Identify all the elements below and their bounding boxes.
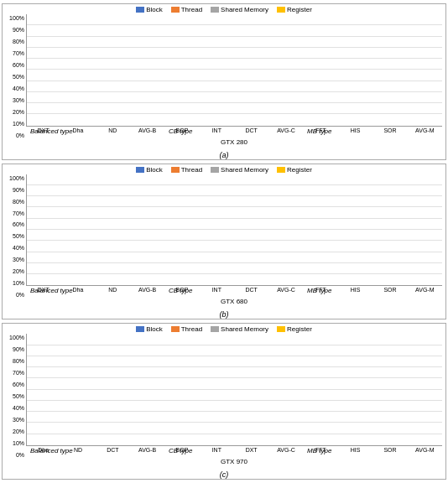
- y-axis-label: 60%: [13, 382, 24, 387]
- gpu-label-cell: GTX 970: [164, 458, 303, 470]
- y-axis-label: 10%: [13, 121, 24, 127]
- gpu-label-row: GTX 280: [26, 138, 442, 150]
- x-section-labels: DXTDhaNDAVG-B: [26, 286, 164, 298]
- x-label: Dha: [60, 286, 95, 298]
- grid-line: [27, 434, 442, 434]
- y-axis-label: 20%: [13, 428, 24, 434]
- legend-item: Register: [277, 6, 312, 13]
- legend-label: Register: [287, 325, 312, 333]
- legend-item: Register: [277, 166, 312, 174]
- legend-color-swatch: [171, 7, 180, 13]
- chart-section-c: BlockThreadShared MemoryRegister100%90%8…: [2, 323, 446, 480]
- x-labels: DhaNDDCTAVG-BBOPINTDXTAVG-CFFTHISSORAVG-…: [26, 446, 442, 458]
- y-axis-label: 20%: [13, 268, 24, 274]
- chart-area: 100%90%80%70%60%50%40%30%20%10%0%Balance…: [6, 174, 442, 310]
- grid-line: [27, 377, 442, 378]
- grid-line: [27, 113, 442, 114]
- gpu-label-row: GTX 680: [26, 298, 442, 309]
- legend-color-swatch: [277, 326, 285, 332]
- x-section-labels: FFTHISSORAVG-M: [304, 127, 442, 138]
- bars-area: Balanced typeCB typeMB type: [26, 14, 442, 127]
- y-axis-label: 100%: [9, 335, 24, 340]
- grid-line: [27, 366, 442, 367]
- x-label: ND: [60, 446, 95, 458]
- grid-line: [27, 262, 442, 263]
- x-label: Dha: [26, 446, 60, 458]
- x-label: DXT: [26, 127, 60, 138]
- legend-item: Block: [136, 325, 163, 333]
- y-axis-label: 80%: [13, 39, 24, 44]
- x-label: AVG-M: [408, 446, 442, 458]
- x-label: HIS: [338, 127, 372, 138]
- x-label: Dha: [60, 127, 95, 138]
- legend-color-swatch: [211, 7, 219, 13]
- y-axis-label: 90%: [13, 346, 24, 352]
- x-section-labels: BOPINTDCTAVG-C: [164, 286, 303, 298]
- x-label: DCT: [96, 446, 130, 458]
- grid-line: [27, 206, 442, 207]
- legend-label: Register: [287, 166, 312, 174]
- y-axis-label: 100%: [9, 175, 24, 181]
- legend: BlockThreadShared MemoryRegister: [6, 166, 442, 174]
- gpu-label-cell: [304, 138, 442, 150]
- x-label: FFT: [304, 286, 338, 298]
- y-axis-label: 80%: [13, 199, 24, 205]
- legend-label: Shared Memory: [221, 325, 268, 333]
- chart-area: 100%90%80%70%60%50%40%30%20%10%0%Balance…: [6, 334, 442, 470]
- legend-color-swatch: [277, 7, 285, 13]
- x-label: DCT: [234, 127, 268, 138]
- legend-label: Thread: [181, 6, 202, 13]
- charts-container: BlockThreadShared MemoryRegister100%90%8…: [0, 0, 448, 483]
- grid-line: [27, 195, 442, 196]
- x-section-labels: DXTDhaNDAVG-B: [26, 127, 164, 138]
- legend-color-swatch: [171, 167, 180, 173]
- y-axis-label: 20%: [13, 109, 24, 115]
- legend-label: Shared Memory: [221, 6, 268, 13]
- legend-item: Thread: [171, 325, 202, 333]
- grid-line: [27, 218, 442, 219]
- grid-line: [27, 36, 442, 37]
- x-label: HIS: [338, 446, 372, 458]
- y-axis-label: 30%: [13, 417, 24, 423]
- y-axis-label: 60%: [13, 221, 24, 227]
- grid-line: [27, 411, 442, 412]
- x-label: AVG-B: [130, 446, 164, 458]
- grid-line: [27, 69, 442, 70]
- y-axis-label: 70%: [13, 370, 24, 376]
- x-label: BOP: [164, 286, 199, 298]
- x-label: HIS: [338, 286, 372, 298]
- legend-item: Shared Memory: [211, 166, 268, 174]
- grid-line: [27, 184, 442, 185]
- x-label: SOR: [372, 446, 407, 458]
- x-label: INT: [200, 286, 234, 298]
- x-section-labels: BOPINTDXTAVG-C: [164, 446, 303, 458]
- legend-item: Shared Memory: [211, 6, 268, 13]
- x-section-labels: FFTHISSORAVG-M: [304, 446, 442, 458]
- y-axis-label: 50%: [13, 233, 24, 239]
- legend-label: Register: [287, 6, 312, 13]
- legend-color-swatch: [277, 167, 285, 173]
- grid-line: [27, 47, 442, 48]
- grid-line: [27, 389, 442, 390]
- x-label: BOP: [164, 127, 199, 138]
- y-axis-label: 70%: [13, 210, 24, 216]
- x-section-labels: BOPINTDCTAVG-C: [164, 127, 303, 138]
- y-axis-label: 0%: [16, 452, 24, 458]
- y-axis-label: 40%: [13, 86, 24, 91]
- grid-line: [27, 400, 442, 401]
- legend-color-swatch: [136, 326, 144, 332]
- chart-label: (c): [6, 470, 442, 479]
- grid-line: [27, 58, 442, 59]
- legend-label: Shared Memory: [221, 166, 268, 174]
- chart-body: Balanced typeCB typeMB typeDXTDhaNDAVG-B…: [26, 174, 442, 310]
- gpu-label-row: GTX 970: [26, 458, 442, 470]
- gpu-label-cell: [304, 458, 442, 470]
- x-label: AVG-M: [408, 127, 442, 138]
- x-label: FFT: [304, 127, 338, 138]
- grid-line: [27, 91, 442, 92]
- grid-line: [27, 345, 442, 345]
- x-labels: DXTDhaNDAVG-BBOPINTDCTAVG-CFFTHISSORAVG-…: [26, 286, 442, 298]
- legend-item: Block: [136, 166, 163, 174]
- y-axis-label: 90%: [13, 27, 24, 33]
- legend: BlockThreadShared MemoryRegister: [6, 325, 442, 333]
